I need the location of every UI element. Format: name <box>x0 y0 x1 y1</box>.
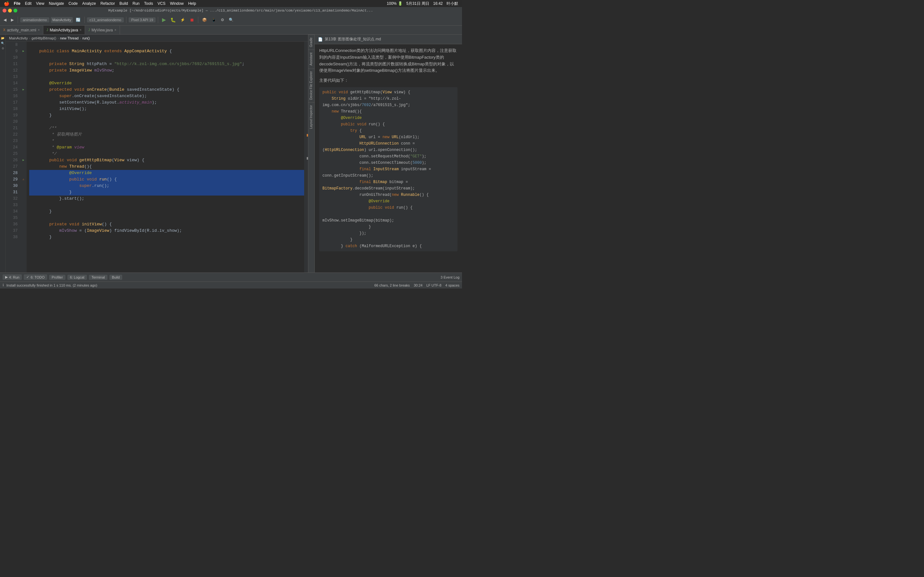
toolbar-file-btn[interactable]: MainActivity <box>51 17 73 23</box>
code-line-13[interactable] <box>29 74 304 80</box>
left-tool-2[interactable]: 🔍 <box>1 41 5 45</box>
profile-btn[interactable]: ⚡ <box>179 17 187 23</box>
sdk-mgr-btn[interactable]: 📦 <box>200 17 208 23</box>
code-line-9[interactable]: public class MainActivity extends AppCom… <box>29 48 304 55</box>
stop-btn[interactable]: ⏹ <box>188 16 196 23</box>
window-title: MyExample [~/AndroidStudioProjects/MyExa… <box>22 9 459 13</box>
code-line-33[interactable] <box>29 202 304 208</box>
menu-build[interactable]: Run <box>132 1 140 6</box>
code-line-22[interactable]: * 获取网络图片 <box>29 131 304 138</box>
right-code-line: String oldUrl = "http://k.zol- <box>322 95 454 102</box>
left-tool-3[interactable]: ⚙ <box>1 46 5 51</box>
code-line-11[interactable]: private String httpPath = "http://k.zol-… <box>29 61 304 67</box>
code-content[interactable]: public class MainActivity extends AppCom… <box>27 42 304 272</box>
run-btn[interactable]: ▶ <box>160 16 168 24</box>
avd-btn[interactable]: 📱 <box>210 17 218 23</box>
menu-refactor[interactable]: Build <box>120 1 128 6</box>
project-selector[interactable]: animationdemo <box>20 17 49 23</box>
left-tool-1[interactable]: 📂 <box>1 36 5 40</box>
side-tab-layout[interactable]: Layout Inspector <box>309 102 314 131</box>
code-line-15[interactable]: protected void onCreate(Bundle savedInst… <box>29 87 304 93</box>
code-line-8[interactable] <box>29 42 304 48</box>
code-line-23[interactable]: * <box>29 138 304 144</box>
right-panel-content[interactable]: HttpURLConnection类的方法访问网络图片地址，获取图片内容，注意获… <box>315 44 462 272</box>
status-encoding[interactable]: LF UTF-8 <box>426 284 441 287</box>
code-line-20[interactable] <box>29 119 304 125</box>
toolbar-back-btn[interactable]: ◀ <box>2 17 8 23</box>
code-line-30[interactable]: super.run(); <box>29 183 304 189</box>
file-tab-myview-close[interactable]: × <box>115 28 116 32</box>
file-tab-main-close[interactable]: × <box>79 28 81 32</box>
crumb-mainactivity[interactable]: MainActivity <box>9 36 28 40</box>
toolbar-forward-btn[interactable]: ▶ <box>9 17 15 23</box>
code-line-21[interactable]: /** <box>29 125 304 131</box>
menu-edit[interactable]: View <box>36 1 44 6</box>
code-line-34[interactable]: } <box>29 208 304 215</box>
code-line-35[interactable] <box>29 215 304 221</box>
maximize-button[interactable] <box>13 9 17 13</box>
file-tab-xml[interactable]: X activity_main.xml × <box>0 26 43 34</box>
menu-code[interactable]: Analyze <box>82 1 96 6</box>
settings-btn[interactable]: ⚙ <box>219 17 226 23</box>
code-line-17[interactable]: setContentView(R.layout.activity_main); <box>29 99 304 106</box>
menu-analyze[interactable]: Refactor <box>100 1 115 6</box>
file-tab-main[interactable]: J MainActivity.java × <box>43 26 85 34</box>
run-gutter-icon[interactable]: ▶ <box>23 87 24 93</box>
file-tab-xml-close[interactable]: × <box>38 28 40 32</box>
run-tool-btn[interactable]: ▶ 4: Run <box>3 274 22 280</box>
minimize-button[interactable] <box>8 9 12 13</box>
search-btn[interactable]: 🔍 <box>227 17 235 23</box>
close-button[interactable] <box>3 9 6 13</box>
menu-tools[interactable]: VCS <box>158 1 166 6</box>
code-line-32[interactable]: }.start(); <box>29 195 304 202</box>
menu-view[interactable]: Navigate <box>49 1 64 6</box>
event-log-btn[interactable]: 3 Event Log <box>441 276 459 279</box>
file-tab-myview[interactable]: J MyView.java × <box>85 26 120 34</box>
code-line-10[interactable] <box>29 55 304 61</box>
code-line-36[interactable]: private void initView() { <box>29 221 304 227</box>
code-line-31[interactable]: } <box>29 189 304 195</box>
code-line-24[interactable]: * @param view <box>29 144 304 151</box>
code-line-29[interactable]: public void run() { <box>29 176 304 183</box>
logcat-label: 6: Logcat <box>70 276 84 279</box>
todo-btn[interactable]: ✓ 6: TODO <box>24 274 47 280</box>
code-line-26[interactable]: public void getHttpBitmap(View view) { <box>29 157 304 163</box>
device-selector[interactable]: Pixel 3 API 19 <box>129 17 156 23</box>
crumb-run[interactable]: run() <box>82 36 90 40</box>
status-position[interactable]: 30:24 <box>414 284 423 287</box>
code-line-14[interactable]: @Override <box>29 80 304 87</box>
right-code-line: @Override <box>322 115 454 121</box>
run-gutter-icon[interactable]: ▶ <box>23 48 24 55</box>
run-gutter-icon[interactable]: ▶ <box>23 157 24 163</box>
crumb-new-thread[interactable]: new Thread <box>60 36 79 40</box>
toolbar-refresh-btn[interactable]: 🔄 <box>74 17 82 23</box>
code-line-16[interactable]: super.onCreate(savedInstanceState); <box>29 93 304 99</box>
code-line-19[interactable]: } <box>29 112 304 119</box>
build-btn[interactable]: Build <box>110 275 122 280</box>
code-line-12[interactable]: private ImageView mIvShow; <box>29 67 304 74</box>
menu-file[interactable]: Edit <box>25 1 32 6</box>
code-line-27[interactable]: new Thread(){ <box>29 163 304 170</box>
crumb-gethttpbitmap[interactable]: getHttpBitmap() <box>31 36 56 40</box>
right-code-line: public void getHttpBitmap(View view) { <box>322 89 454 95</box>
status-indent[interactable]: 4 spaces <box>445 284 459 287</box>
menu-vcs[interactable]: Window <box>170 1 184 6</box>
side-tab-device-file[interactable]: Device File Explorer <box>309 68 314 102</box>
code-line-25[interactable]: */ <box>29 151 304 157</box>
module-selector[interactable]: c13_animationdemo <box>87 17 124 23</box>
code-line-18[interactable]: initView(); <box>29 106 304 112</box>
side-tab-assistant[interactable]: Assistant <box>309 50 314 68</box>
terminal-btn[interactable]: Terminal <box>89 275 107 280</box>
menu-window[interactable]: Help <box>188 1 196 6</box>
logcat-btn[interactable]: 6: Logcat <box>67 275 87 280</box>
profiler-btn[interactable]: Profiler <box>49 275 65 280</box>
debug-btn[interactable]: 🐛 <box>169 16 178 23</box>
menu-navigate[interactable]: Code <box>69 1 78 6</box>
right-code-line: conn.getInputStream(); <box>322 172 454 179</box>
code-line-28[interactable]: @Override <box>29 170 304 176</box>
editor-scrollbar[interactable] <box>304 42 308 272</box>
code-line-37[interactable]: mIvShow = (ImageView) findViewById(R.id.… <box>29 227 304 234</box>
code-line-38[interactable]: } <box>29 234 304 240</box>
side-tab-gradle[interactable]: Gradle <box>309 35 314 50</box>
menu-run[interactable]: Tools <box>144 1 153 6</box>
